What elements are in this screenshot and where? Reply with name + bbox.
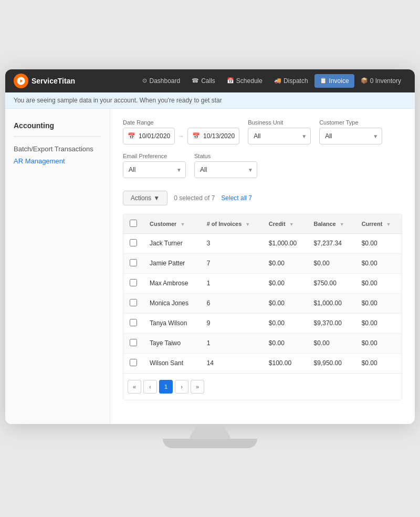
- status-select[interactable]: All: [194, 161, 257, 178]
- nav-item-inventory[interactable]: 📦 0 Inventory: [355, 74, 406, 88]
- cell-credit: $0.00: [262, 273, 308, 293]
- nav-items: ⊙ Dashboard ☎ Calls 📅 Schedule 🚚 Dispatc…: [137, 74, 406, 88]
- table-row: Max Ambrose 1 $0.00 $750.00 $0.00: [123, 273, 402, 293]
- customer-type-label: Customer Type: [319, 119, 382, 126]
- ar-table: Customer ▼ # of Invoices ▼ Credit ▼: [123, 214, 402, 373]
- row-checkbox-2[interactable]: [130, 279, 137, 286]
- header-checkbox-cell: [123, 214, 143, 234]
- invoices-filter-icon[interactable]: ▼: [245, 222, 250, 227]
- last-page-button[interactable]: »: [191, 380, 204, 394]
- nav-item-dispatch[interactable]: 🚚 Dispatch: [269, 74, 313, 88]
- cell-invoices: 1: [201, 333, 262, 353]
- table-row: Taye Taiwo 1 $0.00 $0.00 $0.00: [123, 333, 402, 353]
- header-customer: Customer ▼: [143, 214, 201, 234]
- top-navigation: ServiceTitan ⊙ Dashboard ☎ Calls 📅 Sched…: [5, 69, 415, 92]
- row-checkbox-3[interactable]: [130, 299, 137, 306]
- cell-credit: $0.00: [262, 293, 308, 313]
- date-range-wrapper: 📅 10/01/2020 → 📅 10/13/2020: [123, 128, 239, 144]
- date-range-label: Date Range: [123, 119, 239, 126]
- row-checkbox-cell: [123, 273, 143, 293]
- filters-row-2: Email Preference All ▼ Status All: [123, 153, 402, 178]
- cell-balance: $0.00: [308, 253, 355, 273]
- business-unit-label: Business Unit: [248, 119, 311, 126]
- nav-item-calls[interactable]: ☎ Calls: [186, 74, 220, 88]
- cell-customer: Monica Jones: [143, 293, 201, 313]
- calls-icon: ☎: [192, 77, 199, 84]
- nav-item-schedule[interactable]: 📅 Schedule: [222, 74, 268, 88]
- page-1-button[interactable]: 1: [159, 380, 173, 394]
- selected-count: 0 selected of 7: [174, 194, 215, 202]
- cell-current: $0.00: [355, 233, 402, 253]
- select-all-checkbox[interactable]: [130, 220, 137, 227]
- header-credit: Credit ▼: [262, 214, 308, 234]
- customer-type-select[interactable]: All: [319, 128, 382, 144]
- row-checkbox-1[interactable]: [130, 259, 137, 266]
- cell-invoices: 14: [201, 353, 262, 373]
- credit-filter-icon[interactable]: ▼: [289, 222, 294, 227]
- status-label: Status: [194, 153, 257, 159]
- filters-row-1: Date Range 📅 10/01/2020 → 📅 10/13/2020: [123, 119, 402, 144]
- table-row: Jack Turner 3 $1,000.00 $7,237.34 $0.00: [123, 233, 402, 253]
- business-unit-select-wrapper: All ▼: [248, 128, 311, 144]
- select-all-link[interactable]: Select all 7: [221, 194, 252, 202]
- prev-page-button[interactable]: ‹: [143, 380, 157, 394]
- data-table: Customer ▼ # of Invoices ▼ Credit ▼: [123, 214, 402, 400]
- cell-balance: $9,950.00: [308, 353, 355, 373]
- dispatch-icon: 🚚: [274, 77, 281, 84]
- nav-item-invoice[interactable]: 📋 Invoice: [314, 74, 354, 88]
- customer-type-select-wrapper: All ▼: [319, 128, 382, 144]
- cell-balance: $750.00: [308, 273, 355, 293]
- cell-balance: $1,000.00: [308, 293, 355, 313]
- stand-neck: [189, 424, 231, 439]
- next-page-button[interactable]: ›: [175, 380, 188, 394]
- stand-base: [163, 439, 257, 448]
- customer-type-filter: Customer Type All ▼: [319, 119, 382, 144]
- actions-bar: Actions ▼ 0 selected of 7 Select all 7: [123, 187, 402, 210]
- row-checkbox-4[interactable]: [130, 319, 137, 326]
- email-preference-select[interactable]: All: [123, 161, 186, 178]
- sidebar-item-batch-export[interactable]: Batch/Export Transactions: [14, 143, 101, 155]
- sidebar-title: Accounting: [14, 121, 101, 130]
- calendar-start-icon: 📅: [128, 132, 135, 140]
- customer-filter-icon[interactable]: ▼: [180, 222, 185, 227]
- actions-button[interactable]: Actions ▼: [123, 191, 167, 205]
- header-invoices: # of Invoices ▼: [201, 214, 262, 234]
- cell-current: $0.00: [355, 293, 402, 313]
- main-layout: Accounting Batch/Export Transactions AR …: [5, 109, 415, 424]
- cell-customer: Max Ambrose: [143, 273, 201, 293]
- invoice-icon: 📋: [320, 77, 327, 84]
- cell-customer: Tanya Wilson: [143, 313, 201, 333]
- row-checkbox-0[interactable]: [130, 239, 137, 246]
- business-unit-select[interactable]: All: [248, 128, 311, 144]
- cell-invoices: 9: [201, 313, 262, 333]
- nav-item-dashboard[interactable]: ⊙ Dashboard: [137, 74, 185, 88]
- cell-customer: Taye Taiwo: [143, 333, 201, 353]
- logo-icon: [14, 74, 28, 88]
- main-content: Date Range 📅 10/01/2020 → 📅 10/13/2020: [110, 109, 415, 424]
- sidebar-divider: [14, 136, 101, 137]
- current-filter-icon[interactable]: ▼: [386, 222, 391, 227]
- status-filter: Status All ▼: [194, 153, 257, 178]
- date-start-input[interactable]: 📅 10/01/2020: [123, 128, 175, 144]
- status-select-wrapper: All ▼: [194, 161, 257, 178]
- first-page-button[interactable]: «: [128, 380, 141, 394]
- cell-current: $0.00: [355, 313, 402, 333]
- date-end-input[interactable]: 📅 10/13/2020: [187, 128, 239, 144]
- sidebar-item-ar-management[interactable]: AR Management: [14, 155, 101, 167]
- row-checkbox-cell: [123, 293, 143, 313]
- cell-balance: $0.00: [308, 333, 355, 353]
- row-checkbox-5[interactable]: [130, 339, 137, 346]
- date-range-filter: Date Range 📅 10/01/2020 → 📅 10/13/2020: [123, 119, 239, 144]
- header-current: Current ▼: [355, 214, 402, 234]
- table-row: Jamie Patter 7 $0.00 $0.00 $0.00: [123, 253, 402, 273]
- table-row: Tanya Wilson 9 $0.00 $9,370.00 $0.00: [123, 313, 402, 333]
- row-checkbox-6[interactable]: [130, 359, 137, 366]
- cell-invoices: 7: [201, 253, 262, 273]
- cell-customer: Wilson Sant: [143, 353, 201, 373]
- cell-balance: $9,370.00: [308, 313, 355, 333]
- email-preference-label: Email Preference: [123, 153, 186, 159]
- business-unit-filter: Business Unit All ▼: [248, 119, 311, 144]
- row-checkbox-cell: [123, 253, 143, 273]
- balance-filter-icon[interactable]: ▼: [340, 222, 344, 227]
- cell-credit: $0.00: [262, 313, 308, 333]
